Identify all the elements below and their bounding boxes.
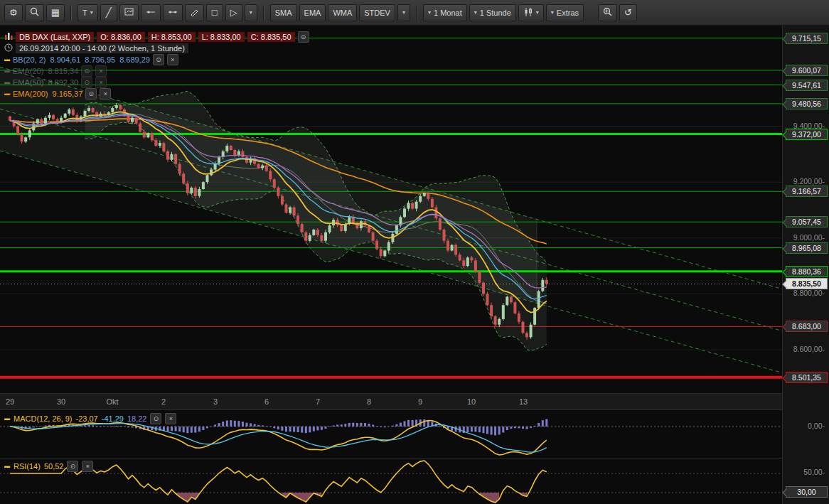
indicator-legend-ema20: ▬ EMA(20) 8.815,34 ⊙ × [4, 65, 309, 76]
rsi-level-tag[interactable]: 30,00 [786, 486, 828, 498]
chevron-down-icon: ▾ [428, 10, 431, 16]
time-axis-label: 13 [514, 397, 533, 406]
text-tool-button[interactable]: T▾ [77, 4, 98, 21]
macd-zero-label: 0,00- [808, 422, 825, 430]
zoom-in-button[interactable] [598, 4, 617, 21]
price-level-tag[interactable]: 8.880,36 [786, 266, 828, 277]
ema50-swatch-icon: ▬ [4, 80, 10, 85]
price-level-tag[interactable]: 9.480,56 [786, 98, 828, 109]
eye-icon[interactable]: ⊙ [150, 413, 161, 424]
rsi-gridline-label: 50,00- [803, 468, 825, 476]
price-level-tag[interactable]: 9.600,07 [786, 65, 828, 76]
ema-button[interactable]: EMA [299, 4, 326, 21]
pencil-icon [190, 7, 199, 18]
stdev-button[interactable]: STDEV [359, 4, 395, 21]
undo-button[interactable]: ↺ [619, 4, 637, 21]
time-axis-label: 2 [154, 397, 173, 406]
shape-tool-button[interactable]: □ [206, 4, 223, 21]
ema50-value: 8.892,30 [48, 78, 78, 87]
indicator-buttons-group: SMA EMA WMA STDEV ▾ [270, 4, 410, 21]
extras-select[interactable]: ▾Extras [546, 4, 584, 21]
play-icon: ▷ [230, 8, 237, 17]
time-axis[interactable]: 2930Okt2367891013 [0, 393, 829, 410]
close-icon[interactable]: × [95, 77, 107, 88]
indicators-dropdown-button[interactable]: ▾ [397, 4, 410, 21]
date-range-label: 26.09.2014 20:00 - 14:00 (2 Wochen, 1 St… [16, 43, 188, 53]
open-value: O: 8.836,00 [97, 32, 145, 42]
rectangle-icon: □ [212, 8, 218, 17]
eye-icon[interactable]: ⊙ [298, 31, 309, 43]
price-level-tag[interactable]: 9.715,15 [786, 33, 828, 44]
price-level-tag[interactable]: 9.057,45 [786, 216, 828, 227]
time-axis-label: 7 [309, 397, 327, 406]
layout-button[interactable]: ▦ [46, 4, 65, 21]
macd-value: -23,07 [76, 414, 98, 423]
close-icon[interactable]: × [165, 413, 176, 424]
toolbar-separator [263, 5, 264, 21]
high-value: H: 8.853,00 [148, 32, 196, 42]
price-gridline-label: 9.000,00- [793, 233, 825, 242]
eye-icon[interactable]: ⊙ [81, 65, 92, 77]
time-axis-label: 30 [52, 397, 70, 406]
trendline-icon: ╱ [106, 8, 112, 17]
tools-dropdown-button[interactable]: ▾ [245, 4, 257, 21]
price-level-tag[interactable]: 8.683,00 [786, 321, 828, 332]
rsi-value: 50,52 [44, 462, 64, 471]
zoom-in-icon [603, 7, 612, 18]
price-level-tag[interactable]: 8.835,50 [786, 278, 828, 289]
brush-tool-button[interactable] [185, 4, 204, 21]
close-icon[interactable]: × [100, 88, 111, 100]
ema20-value: 8.815,34 [48, 67, 78, 75]
range-row: 26.09.2014 20:00 - 14:00 (2 Wochen, 1 St… [4, 43, 309, 53]
time-axis-label: 9 [411, 397, 429, 406]
eye-icon[interactable]: ⊙ [153, 54, 164, 65]
indicator-window-button[interactable] [119, 4, 139, 21]
chevron-down-icon: ▾ [474, 10, 477, 16]
wma-button[interactable]: WMA [328, 4, 357, 21]
price-axis[interactable]: 9.400,00-9.200,00-9.000,00-8.800,00-8.60… [782, 26, 829, 504]
price-gridline-label: 8.800,00- [793, 289, 825, 297]
settings-button[interactable]: ⚙ [4, 4, 23, 21]
interval-select[interactable]: ▾1 Stunde [469, 4, 516, 21]
drawing-tools-group: T▾ ╱ □ ▷ ▾ [77, 4, 257, 21]
undo-icon: ↺ [624, 8, 632, 17]
trendline-tool-button[interactable]: ╱ [100, 4, 117, 21]
macd-legend: ▬ MACD(12, 26, 9) -23,07 -41,29 18,22 ⊙ … [4, 413, 176, 424]
price-level-tag[interactable]: 8.501,35 [786, 372, 828, 383]
extended-line-icon [168, 8, 178, 18]
replay-button[interactable]: ▷ [225, 4, 242, 21]
ray-tool-button[interactable] [141, 4, 161, 21]
bb-label: BB(20, 2) [13, 55, 46, 64]
rsi-panel[interactable]: ▬ RSI(14) 50,52 ⊙ × [0, 458, 829, 504]
close-icon[interactable]: × [167, 54, 178, 65]
ema200-swatch-icon: ▬ [4, 91, 10, 97]
low-value: L: 8.833,00 [198, 32, 245, 42]
rsi-canvas[interactable] [0, 459, 782, 504]
symbol-row: DB DAX (Last, XXP) O: 8.836,00 H: 8.853,… [4, 31, 309, 42]
main-chart-panel[interactable]: DB DAX (Last, XXP) O: 8.836,00 H: 8.853,… [0, 26, 829, 393]
chart-settings-group: ▾1 Monat ▾1 Stunde ▾ ▾Extras [423, 4, 584, 21]
search-button[interactable] [25, 4, 44, 21]
chart-window-icon [124, 7, 134, 18]
toolbar-left-group: ⚙ ▦ [4, 4, 65, 21]
timeframe-select[interactable]: ▾1 Monat [423, 4, 467, 21]
eye-icon[interactable]: ⊙ [85, 88, 97, 100]
price-level-tag[interactable]: 9.372,00 [786, 129, 828, 140]
eye-icon[interactable]: ⊙ [81, 77, 92, 88]
bb-middle-value: 8.796,95 [85, 55, 115, 64]
close-icon[interactable]: × [95, 65, 107, 77]
price-level-tag[interactable]: 8.965,08 [786, 242, 828, 254]
rsi-chart[interactable] [0, 459, 782, 504]
chart-type-select[interactable]: ▾ [518, 4, 544, 21]
price-level-tag[interactable]: 9.166,57 [786, 186, 828, 197]
eye-icon[interactable]: ⊙ [67, 461, 78, 472]
macd-histogram-value: 18,22 [127, 414, 147, 423]
extended-line-tool-button[interactable] [163, 4, 183, 21]
sma-button[interactable]: SMA [270, 4, 297, 21]
price-level-tag[interactable]: 9.547,61 [786, 80, 828, 91]
indicator-legend-bb: ▬ BB(20, 2) 8.904,61 8.796,95 8.689,29 ⊙… [4, 54, 309, 65]
toolbar-separator [416, 5, 417, 21]
close-icon[interactable]: × [82, 461, 93, 472]
macd-panel[interactable]: ▬ MACD(12, 26, 9) -23,07 -41,29 18,22 ⊙ … [0, 411, 829, 457]
chevron-down-icon: ▾ [402, 10, 405, 16]
